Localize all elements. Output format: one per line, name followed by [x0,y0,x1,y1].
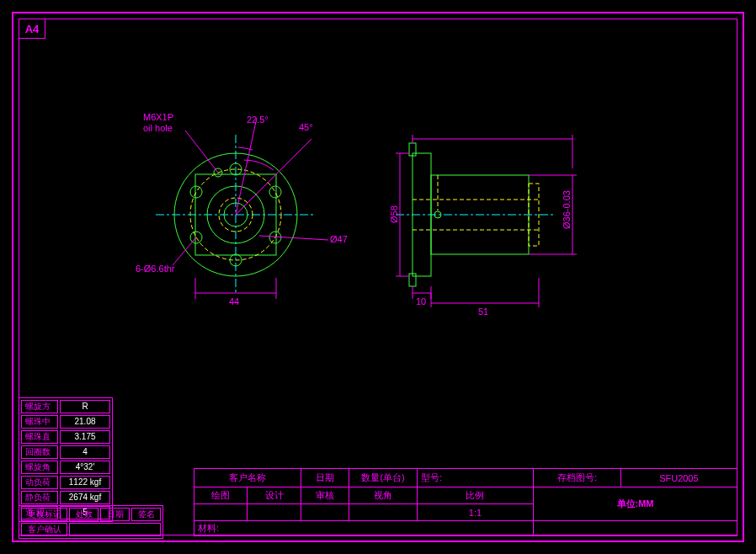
title-block: 客户名称 日期 数量(单台) 型号: 存档图号: SFU2005 绘图 设计 审… [194,468,737,535]
spec-value-3: 4 [60,445,110,459]
tb-unit: 单位:MM [534,487,737,521]
spec-label-4: 螺旋角 [21,461,58,474]
front-view: 22.5° 45° Ø47 44 [156,115,348,306]
tb-draw: 绘图 [194,487,248,504]
svg-line-17 [236,139,311,215]
tb-customer: 客户名称 [194,469,301,487]
chg-r1c1: 更改标记 [21,508,67,521]
dim-51: 51 [478,306,488,317]
tb-view: 视角 [349,487,418,504]
chg-r1c3: 日期 [100,508,130,521]
tb-model: 型号: [417,469,533,487]
tb-check-v [301,504,349,521]
dim-22-5: 22.5° [247,115,269,125]
chg-r2c1: 客户确认 [21,523,67,536]
spec-value-1: 21.08 [60,415,110,429]
dim-d58: Ø58 [389,205,399,223]
svg-line-16 [236,118,257,215]
tb-date: 日期 [301,469,349,487]
spec-label-0: 螺旋方 [21,400,58,413]
spec-label-5: 动负荷 [21,476,58,489]
cad-drawing: 22.5° 45° Ø47 44 Ø58 [126,109,598,337]
spec-value-2: 3.175 [60,430,110,444]
tb-qty: 数量(单台) [349,469,418,487]
chg-r2c2 [69,523,161,536]
sheet-size-box: A4 [19,19,45,39]
tb-material: 材料: [194,521,534,536]
tb-design: 设计 [248,487,301,504]
dim-d47: Ø47 [330,234,348,244]
chg-r1c4: 签名 [131,508,161,521]
spec-label-2: 螺珠直 [21,430,58,444]
dim-44: 44 [229,296,239,306]
spec-value-6: 2674 kgf [60,491,110,504]
chg-r1c2: 处数 [69,508,98,521]
spec-label-6: 静负荷 [21,491,58,504]
svg-point-11 [190,186,202,198]
tb-design-v [248,504,301,521]
tb-view-v [349,504,418,521]
tb-scale: 比例 [417,487,533,504]
spec-label-1: 螺珠中 [21,415,58,429]
spec-table: 螺旋方R螺珠中21.08螺珠直3.175回圈数4螺旋角4°32'动负荷1122 … [19,397,113,522]
svg-point-7 [269,186,281,198]
spec-value-0: R [60,400,110,413]
change-table: 更改标记 处数 日期 签名 客户确认 [19,505,163,539]
svg-line-13 [185,131,218,173]
dim-45: 45° [299,122,313,132]
dim-d36: Ø36-0.03 [562,190,572,229]
tb-dwgno: SFU2005 [620,469,737,487]
tb-check: 审核 [301,487,349,504]
spec-value-4: 4°32' [60,461,110,474]
tb-draw-v [194,504,248,521]
spec-label-3: 回圈数 [21,445,58,459]
svg-line-19 [173,237,196,265]
dim-10: 10 [416,296,426,306]
tb-scale-v: 1:1 [417,504,533,521]
spec-value-5: 1122 kgf [60,476,110,489]
side-view: Ø58 Ø36-0.03 10 51 [389,135,577,317]
tb-dwgno-lbl: 存档图号: [534,469,621,487]
